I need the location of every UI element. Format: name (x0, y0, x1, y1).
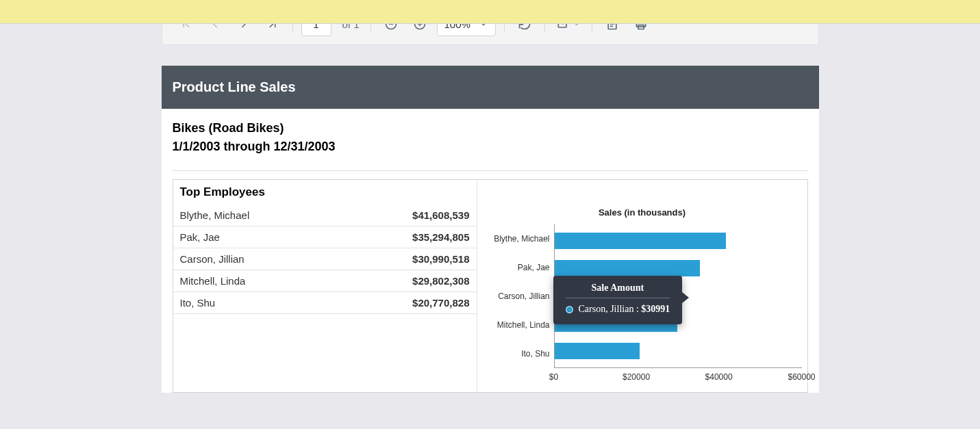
report-page: Product Line Sales Bikes (Road Bikes) 1/… (162, 66, 819, 393)
series-color-icon (566, 306, 573, 313)
employee-name: Pak, Jae (173, 226, 355, 248)
x-tick-label: $0 (549, 372, 558, 382)
chart-x-axis: $0 $20000 $40000 $60000 (554, 368, 802, 387)
bar[interactable] (555, 260, 700, 276)
y-tick-label: Ito, Shu (483, 349, 550, 359)
y-tick-label: Blythe, Michael (483, 234, 550, 244)
top-employees-table-section: Top Employees Blythe, Michael $41,608,53… (173, 180, 477, 392)
table-row: Ito, Shu $20,770,828 (173, 292, 477, 314)
employee-name: Ito, Shu (173, 292, 355, 314)
chart-y-axis: Blythe, Michael Pak, Jae Carson, Jillian… (483, 224, 554, 368)
y-tick-label: Carson, Jillian (483, 291, 550, 301)
divider (173, 170, 808, 171)
table-row: Mitchell, Linda $29,802,308 (173, 270, 477, 292)
x-tick-label: $40000 (705, 372, 733, 382)
bar[interactable] (555, 343, 640, 359)
x-tick-label: $20000 (623, 372, 650, 382)
employee-amount: $29,802,308 (355, 270, 476, 292)
report-title: Product Line Sales (162, 66, 819, 109)
x-tick-label: $60000 (788, 372, 815, 382)
y-tick-label: Pak, Jae (483, 263, 550, 272)
card-header-bg (0, 0, 980, 24)
employee-amount: $35,294,805 (355, 226, 476, 248)
top-employees-header: Top Employees (173, 180, 477, 205)
top-employees-table: Blythe, Michael $41,608,539 Pak, Jae $35… (173, 205, 477, 314)
tooltip-label: Carson, Jillian : (579, 304, 642, 314)
sales-chart-section: Sales (in thousands) Blythe, Michael Pak… (477, 180, 807, 392)
chart-tooltip: Sale Amount Carson, Jillian : $30991 (553, 276, 683, 324)
tooltip-value: $30991 (641, 304, 670, 314)
employee-name: Blythe, Michael (173, 205, 355, 226)
employee-amount: $20,770,828 (355, 292, 476, 314)
employee-name: Mitchell, Linda (173, 270, 355, 292)
tooltip-arrow-icon (682, 292, 689, 303)
bar[interactable] (555, 233, 726, 249)
report-subtitle-1: Bikes (Road Bikes) (173, 121, 808, 135)
top-employees-card: Top Employees Blythe, Michael $41,608,53… (173, 179, 808, 393)
employee-amount: $41,608,539 (355, 205, 476, 226)
report-subtitle-2: 1/1/2003 through 12/31/2003 (173, 140, 808, 154)
chart-title: Sales (in thousands) (483, 207, 802, 218)
y-tick-label: Mitchell, Linda (483, 320, 550, 330)
employee-amount: $30,990,518 (355, 248, 476, 270)
tooltip-title: Sale Amount (566, 283, 670, 298)
table-row: Pak, Jae $35,294,805 (173, 226, 477, 248)
employee-name: Carson, Jillian (173, 248, 355, 270)
table-row: Carson, Jillian $30,990,518 (173, 248, 477, 270)
table-row: Blythe, Michael $41,608,539 (173, 205, 477, 226)
